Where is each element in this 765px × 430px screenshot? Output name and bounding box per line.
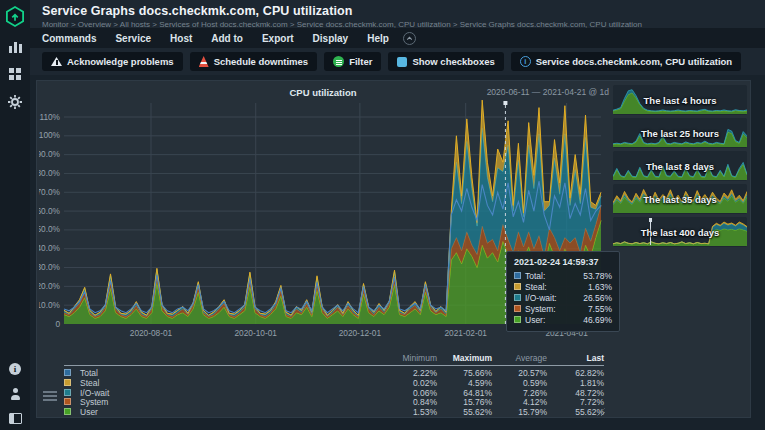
info-circle-icon [520,56,531,67]
y-axis-label: 0 [55,319,60,329]
avg-value: 15.79% [492,407,547,417]
filter-button[interactable]: Filter [324,52,381,71]
series-value: 46.69% [573,315,612,325]
preview-label: The last 35 days [613,184,747,214]
menu-item-add-to[interactable]: Add to [211,33,243,44]
acknowledge-problems-button[interactable]: Acknowledge problems [42,52,183,71]
button-label: Show checkboxes [412,56,494,67]
series-color-swatch [64,389,71,396]
sidebar-toggle-icon[interactable] [9,413,22,424]
preview-label: The last 400 days [613,217,747,247]
preview-the-last-400-days[interactable]: The last 400 days [613,217,747,247]
series-name: I/O-wait [80,388,367,398]
legend-table-header: MinimumMaximumAverageLast [64,353,604,366]
button-label: Filter [349,56,372,67]
preview-the-last-8-days[interactable]: The last 8 days [613,151,747,181]
min-value: 0.02% [367,378,437,388]
legend-row-user: User1.53%55.62%15.79%55.62% [64,407,604,417]
last-value: 62.82% [547,368,604,378]
legend-table: MinimumMaximumAverageLastTotal2.22%75.66… [64,353,604,417]
legend-row-steal: Steal0.02%4.59%0.59%1.81% [64,378,604,388]
main-area: Service Graphs docs.checkmk.com, CPU uti… [30,0,765,430]
series-name: System [80,397,367,407]
preview-the-last-25-hours[interactable]: The last 25 hours [613,118,747,148]
tooltip-timestamp: 2021-02-24 14:59:37 [514,257,612,267]
column-header-last: Last [547,353,604,366]
last-value: 48.72% [547,388,604,398]
series-name: Total: [525,271,573,281]
x-axis-label: 2020-10-01 [234,328,277,338]
y-axis-label: 110% [39,112,60,122]
y-axis-label: 20.0% [39,281,61,291]
column-header-average: Average [492,353,547,366]
y-axis-label: 10.0% [39,300,61,310]
series-color-swatch [64,398,71,405]
series-name: System: [525,304,573,314]
service-docs-checkmk-com-cpu-utilization-button[interactable]: Service docs.checkmk.com, CPU utilizatio… [511,52,741,71]
series-color-swatch [514,272,521,279]
series-name: Steal: [525,282,573,292]
menu-item-help[interactable]: Help [367,33,389,44]
max-value: 4.59% [437,378,492,388]
checkmk-logo-inner [7,8,23,25]
menu-item-export[interactable]: Export [262,33,294,44]
toolbar: Acknowledge problemsSchedule downtimesFi… [30,48,765,75]
menu-item-commands[interactable]: Commands [42,33,96,44]
min-value: 2.22% [367,368,437,378]
filter-icon [333,56,344,67]
y-axis-label: 80.0% [39,168,61,178]
info-icon[interactable] [9,363,21,375]
user-icon[interactable] [9,388,21,400]
menu-item-display[interactable]: Display [313,33,349,44]
menu-item-service[interactable]: Service [115,33,151,44]
legend-row-i-o-wait: I/O-wait0.06%64.81%7.26%48.72% [64,388,604,398]
arrow-up-icon [9,11,21,23]
y-axis-label: 60.0% [39,206,61,216]
series-value: 53.78% [573,271,612,281]
drag-handle-icon[interactable] [43,391,57,401]
swatch-cell [64,397,80,407]
series-value: 7.55% [573,304,612,314]
max-value: 75.66% [437,368,492,378]
crosshair-pin-icon [503,101,507,105]
series-name: User: [525,315,573,325]
sidebar [0,0,30,430]
series-value: 1.63% [573,282,612,292]
avg-value: 0.59% [492,378,547,388]
series-color-swatch [514,316,521,323]
series-color-swatch [64,408,71,415]
customize-icon[interactable] [9,68,21,80]
avg-value: 4.12% [492,397,547,407]
series-color-swatch [514,305,521,312]
x-axis-label: 2021-02-01 [444,328,487,338]
series-name: User [80,407,367,417]
series-name: I/O-wait: [525,293,573,303]
y-axis-label: 100% [39,130,61,140]
tooltip-row-total: Total:53.78% [514,270,612,281]
menu-item-host[interactable]: Host [170,33,192,44]
checkmk-logo[interactable] [5,6,25,27]
y-axis-label: 90.0% [39,149,61,159]
warning-triangle-icon [51,57,62,66]
graph-time-range: 2020-06-11 — 2021-04-21 @ 1d [397,87,609,97]
monitoring-icon[interactable] [9,41,22,53]
menubar-collapse-button[interactable] [403,32,416,45]
last-value: 7.72% [547,397,604,407]
button-label: Service docs.checkmk.com, CPU utilizatio… [536,56,732,67]
legend-row-total: Total2.22%75.66%20.57%62.82% [64,368,604,378]
series-color-swatch [514,283,521,290]
swatch-cell [64,388,80,398]
preview-the-last-4-hours[interactable]: The last 4 hours [613,85,747,115]
setup-gear-icon[interactable] [8,95,22,109]
schedule-downtimes-button[interactable]: Schedule downtimes [190,52,318,71]
checkbox-icon [397,57,407,67]
menubar-items: CommandsServiceHostAdd toExportDisplayHe… [42,33,389,44]
preview-the-last-35-days[interactable]: The last 35 days [613,184,747,214]
preview-label: The last 4 hours [613,85,747,115]
graphs-panel: CPU utilization 2020-06-11 — 2021-04-21 … [36,80,751,418]
show-checkboxes-button[interactable]: Show checkboxes [388,52,503,71]
max-value: 15.76% [437,397,492,407]
max-value: 64.81% [437,388,492,398]
avg-value: 7.26% [492,388,547,398]
tooltip-rows: Total:53.78%Steal:1.63%I/O-wait:26.56%Sy… [514,270,612,325]
